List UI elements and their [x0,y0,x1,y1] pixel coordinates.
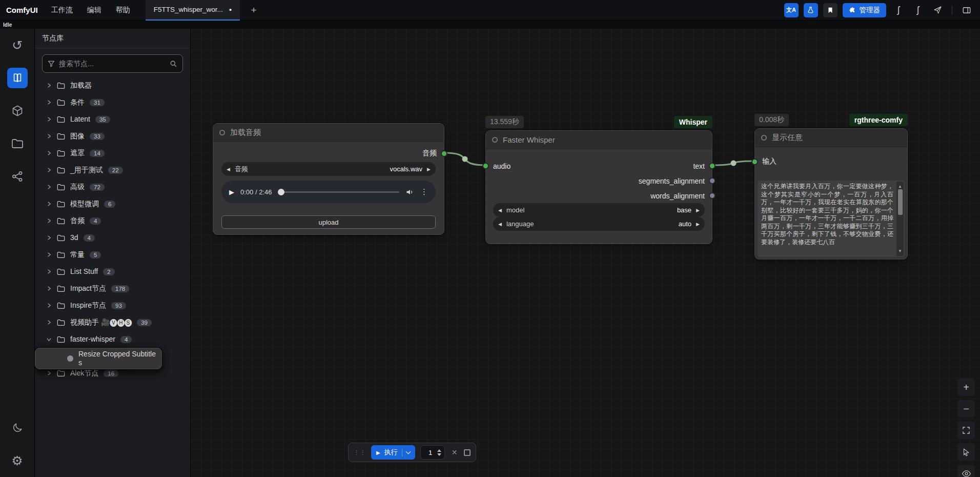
bookmark-button[interactable] [823,3,838,17]
player-menu-icon[interactable]: ⋮ [420,187,428,196]
batch-count-stepper[interactable]: 1 [420,445,445,460]
model-combo[interactable]: ◀ model base ▶ [493,203,705,217]
manager-button[interactable]: 管理器 [843,3,887,17]
execution-time-badge: 13.559秒 [485,116,524,128]
tree-item-label: Resize Cropped Subtitles [78,350,156,367]
tree-item[interactable]: List Stuff 2 [35,263,190,280]
combo-label: 音频 [235,165,248,174]
tree-item-label: Latent [70,115,90,124]
output-label-segments-alignment: segments_alignment [639,177,705,185]
tree-item[interactable]: 条件 31 [35,94,190,111]
port-text-output[interactable] [709,163,716,169]
audio-player[interactable]: ▶ 0:00 / 2:46 ⋮ [221,181,436,203]
stop-button[interactable] [464,449,471,456]
node-dot-icon [67,355,73,362]
clear-queue-button[interactable]: ✕ [450,448,459,456]
tree-item[interactable]: 图像 33 [35,128,190,145]
upload-button[interactable]: upload [221,215,436,229]
model-library-button[interactable] [0,94,35,127]
zoom-in-button[interactable]: + [957,379,975,396]
drag-handle-icon[interactable]: ⋮⋮ [354,450,366,455]
graph-button[interactable] [0,160,35,193]
tree-item[interactable]: 加载器 [35,77,190,94]
port-words-alignment-output[interactable] [709,192,716,199]
select-mode-button[interactable] [957,443,975,461]
beaker-button[interactable] [804,3,818,17]
toggle-visibility-button[interactable] [957,465,975,477]
new-workflow-button[interactable]: + [247,5,260,16]
tree-item[interactable]: 音频 4 [35,212,190,229]
settings-button[interactable]: ⚙ [0,444,35,477]
script-button-1[interactable]: ʃ [891,3,906,17]
volume-icon[interactable] [405,188,414,196]
output-textarea[interactable]: 这个兄弟讲我要月入百万，你一定要做这种梦，这个梦其实是窄小的一个梦，一百万，月入… [758,181,905,257]
run-button[interactable]: ▶ 执行 [371,445,415,460]
tree-item[interactable]: Resize Cropped Subtitles [35,348,162,369]
run-options-chevron-icon[interactable] [405,449,411,454]
graph-canvas[interactable]: 加载音频 音频 ◀ 音频 vocals.wav ▶ ▶ 0:00 / 2:46 … [191,29,980,477]
port-segments-alignment-output[interactable] [709,177,716,184]
node-header[interactable]: Faster Whisper [486,131,712,149]
workflows-button[interactable] [0,127,35,160]
scrollbar-thumb[interactable] [898,189,903,215]
folder-icon [57,370,65,377]
combo-right-arrow-icon[interactable]: ▶ [696,222,700,227]
scroll-down-icon[interactable]: ▼ [898,247,902,255]
tree-item[interactable]: Latent 35 [35,111,190,128]
puzzle-icon [849,7,856,14]
port-any-input[interactable] [751,158,758,165]
node-header[interactable]: 加载音频 [213,124,444,142]
panel-toggle-button[interactable] [959,3,974,17]
tree-item[interactable]: 视频助手 🎥🅥🅗🅢 39 [35,314,190,331]
port-audio-output[interactable] [441,150,447,157]
theme-toggle-button[interactable] [0,411,35,444]
seek-thumb[interactable] [278,189,284,195]
combo-right-arrow-icon[interactable]: ▶ [427,167,431,172]
textarea-scrollbar[interactable]: ▲ ▼ [896,182,904,256]
node-faster-whisper[interactable]: Faster Whisper audio text segments_align… [485,130,712,244]
collapse-dot[interactable] [492,137,498,143]
combo-left-arrow-icon[interactable]: ◀ [498,222,502,227]
tree-item[interactable]: Impact节点 178 [35,280,190,297]
menu-workflow[interactable]: 工作流 [51,6,73,15]
tree-item[interactable]: 3d 4 [35,229,190,246]
language-combo[interactable]: ◀ language auto ▶ [493,217,705,231]
combo-left-arrow-icon[interactable]: ◀ [227,167,230,172]
zoom-out-button[interactable]: − [957,400,975,418]
node-search-box[interactable] [42,54,183,73]
tree-item[interactable]: 高级 72 [35,178,190,195]
translate-button[interactable]: 文A [784,3,799,17]
search-input[interactable] [59,59,166,68]
tree-item-label: 常量 [70,250,85,259]
tree-item[interactable]: 常量 5 [35,246,190,263]
collapse-dot[interactable] [761,135,767,141]
combo-left-arrow-icon[interactable]: ◀ [498,208,502,213]
node-header[interactable]: 显示任意 [755,129,907,147]
node-library-panel: 节点库 加载器 [35,29,191,477]
port-audio-input[interactable] [482,163,489,169]
combo-right-arrow-icon[interactable]: ▶ [696,208,700,213]
bookmark-icon [827,6,834,14]
node-library-button[interactable] [0,62,35,94]
workflow-tab[interactable]: F5TTS_whisper_wor... ● [146,0,240,21]
history-button[interactable]: ↺ [0,29,35,62]
stepper-up-icon[interactable] [437,449,441,452]
menu-help[interactable]: 帮助 [116,6,130,15]
tree-item[interactable]: _用于测试 22 [35,162,190,178]
node-display-any[interactable]: 显示任意 输入 这个兄弟讲我要月入百万，你一定要做这种梦，这个梦其实是窄小的一个… [754,128,908,260]
tree-item[interactable]: 遮罩 14 [35,145,190,162]
share-button[interactable] [930,3,945,17]
tree-item[interactable]: 模型微调 6 [35,195,190,212]
node-load-audio[interactable]: 加载音频 音频 ◀ 音频 vocals.wav ▶ ▶ 0:00 / 2:46 … [213,123,444,235]
play-button[interactable]: ▶ [229,188,234,196]
script-button-2[interactable]: ʃ [911,3,925,17]
audio-file-combo[interactable]: ◀ 音频 vocals.wav ▶ [221,162,436,176]
tree-item[interactable]: Inspire节点 93 [35,297,190,314]
combo-label: language [506,220,534,228]
stepper-down-icon[interactable] [437,453,441,456]
menu-edit[interactable]: 编辑 [87,6,101,15]
seek-slider[interactable] [278,191,399,193]
collapse-dot[interactable] [219,130,225,135]
tree-item[interactable]: faster-whisper 4 [35,331,190,348]
fit-view-button[interactable] [957,422,975,439]
